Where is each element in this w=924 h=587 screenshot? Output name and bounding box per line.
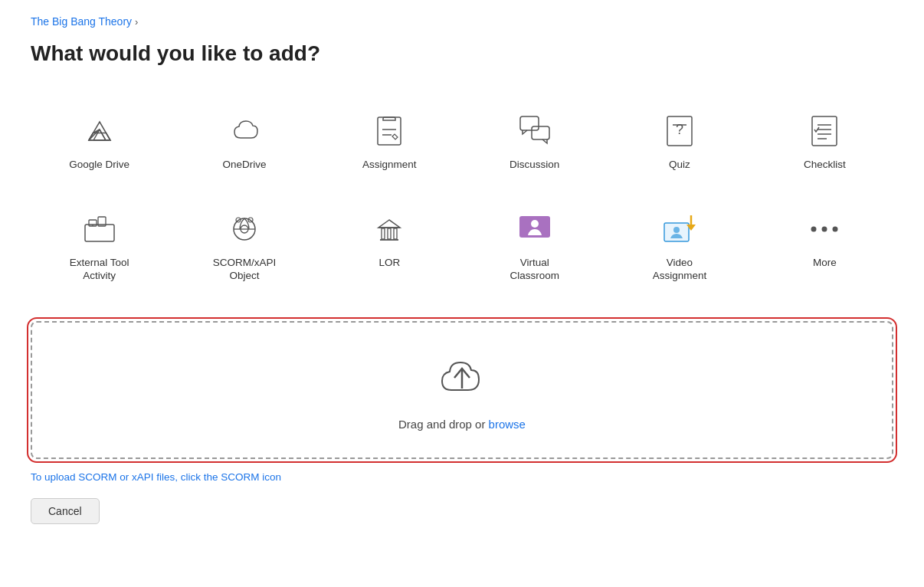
svg-text:?: ? (676, 122, 683, 137)
svg-rect-4 (520, 116, 539, 130)
video-assignment-icon (660, 210, 699, 248)
grid-item-google-drive[interactable]: Google Drive (31, 97, 168, 187)
svg-point-32 (673, 227, 680, 233)
drop-text-before: Drag and drop or (398, 418, 489, 431)
onedrive-label: OneDrive (222, 158, 266, 172)
svg-rect-28 (394, 228, 397, 239)
checklist-icon (805, 112, 844, 150)
items-grid-row2: External Tool Activity SCORM/xAPI Object (31, 195, 893, 298)
grid-item-discussion[interactable]: Discussion (466, 97, 603, 187)
upload-cloud-icon (434, 349, 490, 407)
virtual-classroom-label: Virtual Classroom (510, 256, 559, 283)
svg-rect-1 (378, 117, 401, 145)
svg-rect-26 (382, 228, 385, 239)
video-assignment-label: Video Assignment (653, 256, 707, 283)
items-grid-row1: Google Drive OneDrive Assi (31, 97, 893, 187)
grid-item-scorm[interactable]: SCORM/xAPI Object (175, 195, 313, 298)
svg-rect-14 (85, 225, 114, 241)
grid-item-checklist[interactable]: Checklist (756, 97, 893, 187)
svg-rect-5 (532, 126, 549, 139)
svg-point-30 (531, 220, 539, 228)
breadcrumb[interactable]: The Big Bang Theory › (31, 15, 893, 28)
grid-item-onedrive[interactable]: OneDrive (175, 97, 313, 187)
virtual-classroom-icon (516, 210, 554, 248)
quiz-icon: ? (660, 112, 699, 150)
lor-label: LOR (378, 256, 400, 270)
external-tool-icon (80, 210, 119, 248)
page-container: The Big Bang Theory › What would you lik… (0, 0, 924, 547)
breadcrumb-arrow: › (135, 16, 138, 28)
grid-item-quiz[interactable]: ? Quiz (611, 97, 748, 187)
google-drive-label: Google Drive (69, 158, 129, 172)
scorm-hint: To upload SCORM or xAPI files, click the… (31, 471, 893, 483)
assignment-icon (370, 112, 408, 150)
grid-item-lor[interactable]: LOR (321, 195, 458, 298)
grid-item-video-assignment[interactable]: Video Assignment (611, 195, 748, 298)
svg-point-36 (833, 226, 838, 231)
breadcrumb-label: The Big Bang Theory (31, 15, 132, 28)
scorm-icon (225, 210, 264, 248)
browse-link[interactable]: browse (489, 418, 526, 431)
grid-item-assignment[interactable]: Assignment (321, 97, 458, 187)
svg-point-34 (811, 226, 817, 231)
svg-rect-27 (388, 228, 391, 239)
discussion-label: Discussion (510, 158, 559, 172)
scorm-label: SCORM/xAPI Object (213, 256, 277, 283)
more-icon (805, 210, 844, 248)
drop-zone[interactable]: Drag and drop or browse (31, 321, 893, 459)
grid-item-more[interactable]: More (756, 195, 893, 298)
external-tool-label: External Tool Activity (70, 256, 129, 283)
cancel-button[interactable]: Cancel (31, 498, 100, 524)
google-drive-icon (80, 112, 119, 150)
discussion-icon (516, 112, 554, 150)
assignment-label: Assignment (362, 158, 417, 172)
drop-zone-text: Drag and drop or browse (398, 418, 526, 431)
lor-icon (370, 210, 408, 248)
page-title: What would you like to add? (31, 41, 893, 66)
grid-item-virtual-classroom[interactable]: Virtual Classroom (466, 195, 603, 298)
checklist-label: Checklist (804, 158, 846, 172)
quiz-label: Quiz (669, 158, 690, 172)
grid-item-external-tool[interactable]: External Tool Activity (31, 195, 168, 298)
onedrive-icon (225, 112, 264, 150)
more-label: More (813, 256, 837, 270)
svg-point-35 (822, 226, 827, 231)
